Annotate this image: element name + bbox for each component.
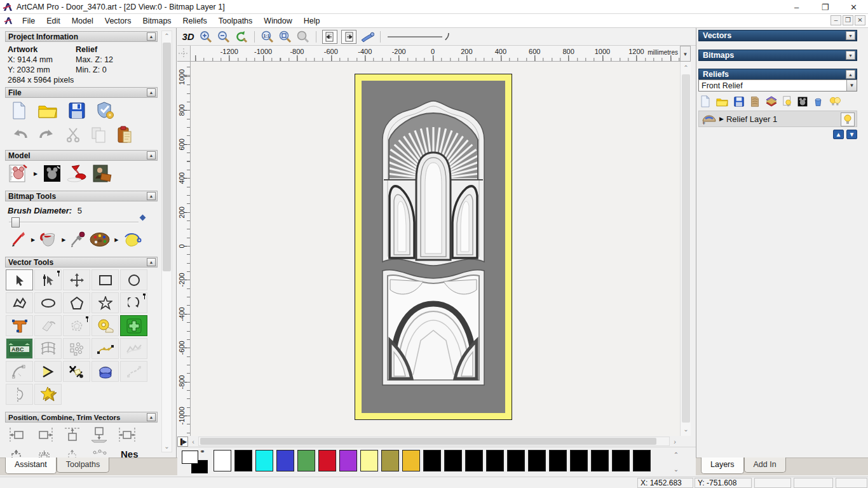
close-button[interactable]: ✕ xyxy=(839,0,868,14)
undo-icon[interactable] xyxy=(11,128,28,142)
collapse-model-button[interactable]: ▲ xyxy=(147,151,156,159)
align-top-icon[interactable] xyxy=(64,426,81,444)
measure-tool[interactable] xyxy=(92,315,119,336)
node-editing-tool[interactable] xyxy=(34,269,62,290)
collapse-reliefs-button[interactable]: ▲ xyxy=(846,70,855,79)
expand-vectors-button[interactable]: ▼ xyxy=(846,31,855,40)
align-centre-3-icon[interactable] xyxy=(36,449,53,458)
collapse-file-button[interactable]: ▲ xyxy=(147,88,156,97)
palette-swatch[interactable] xyxy=(276,450,294,471)
spin-up-icon[interactable]: ⌃ xyxy=(670,451,682,458)
canvas-horizontal-scrollbar[interactable]: ▐▶ ‹ › xyxy=(177,436,680,447)
mdi-restore-button[interactable]: ❐ xyxy=(843,15,853,25)
save-relief-icon[interactable] xyxy=(734,97,744,107)
link-colours-icon[interactable]: ⚭ xyxy=(200,448,205,455)
active-relief-dropdown[interactable]: Front Relief ▼ xyxy=(698,79,857,92)
mdi-minimize-button[interactable]: – xyxy=(831,15,841,25)
palette-swatch[interactable] xyxy=(591,450,609,471)
distribute-icon[interactable] xyxy=(92,449,111,458)
envelope-distort-tool[interactable] xyxy=(34,338,62,359)
create-star-tool[interactable] xyxy=(92,292,119,313)
layer-stack-icon[interactable] xyxy=(766,96,777,107)
text-on-curve-tool[interactable]: ABC xyxy=(6,338,33,359)
vector-doctor-tool[interactable] xyxy=(34,384,62,405)
light-material-icon[interactable] xyxy=(67,165,87,182)
scroll-left-icon[interactable]: ‹ xyxy=(188,438,198,445)
restore-button[interactable]: ❐ xyxy=(811,0,839,14)
palette-scroll-spinner[interactable]: ⌃⌄ xyxy=(670,451,682,473)
expand-bitmaps-button[interactable]: ▼ xyxy=(846,51,855,60)
scroll-right-icon[interactable]: › xyxy=(670,438,680,445)
palette-swatch[interactable] xyxy=(318,450,336,471)
zoom-box-icon[interactable] xyxy=(296,30,310,44)
align-centre-x-icon[interactable] xyxy=(117,426,137,443)
zoom-objects-icon[interactable] xyxy=(278,30,292,44)
wrap-text-tool[interactable] xyxy=(34,315,62,336)
pan-view-icon[interactable] xyxy=(360,30,374,44)
palette-swatch[interactable] xyxy=(255,450,273,471)
assistant-scrollbar[interactable]: ⌃ ⌄ xyxy=(161,30,172,452)
tab-toolpaths[interactable]: Toolpaths xyxy=(57,458,110,473)
toggle-panel-icon[interactable]: ▐▶ xyxy=(177,437,188,447)
brush-diameter-slider-thumb[interactable] xyxy=(11,217,20,227)
block-paste-tool[interactable] xyxy=(63,338,90,359)
menu-item[interactable]: Window xyxy=(258,15,297,27)
palette-swatch[interactable] xyxy=(444,450,462,471)
line-style-preview[interactable] xyxy=(386,32,453,42)
create-rectangle-tool[interactable] xyxy=(92,269,119,290)
zoom-out-icon[interactable] xyxy=(217,30,231,44)
palette-swatch[interactable] xyxy=(214,450,231,471)
toggle-all-visibility-icon[interactable] xyxy=(829,96,841,107)
zoom-in-icon[interactable] xyxy=(199,30,213,44)
collapse-project-information-button[interactable]: ▲ xyxy=(147,32,156,41)
tab-assistant[interactable]: Assistant xyxy=(5,458,57,474)
menu-item[interactable]: Bitmaps xyxy=(137,15,177,27)
hscroll-track[interactable] xyxy=(198,437,670,446)
flyout-arrow-icon[interactable]: ▶ xyxy=(34,171,37,177)
collapse-bitmap-tools-button[interactable]: ▲ xyxy=(147,192,156,200)
palette-swatch[interactable] xyxy=(486,450,504,471)
relief-clipart-icon[interactable] xyxy=(750,96,760,107)
zoom-previous-icon[interactable] xyxy=(234,30,248,44)
expand-layer-icon[interactable]: ▶ xyxy=(719,116,724,122)
offset-vector-tool[interactable] xyxy=(63,315,90,336)
brush-diameter-slider[interactable] xyxy=(9,222,139,223)
load-image-icon[interactable] xyxy=(93,165,112,182)
create-polyline-tool[interactable] xyxy=(6,292,33,313)
relief-layer-row[interactable]: + ▶ Relief Layer 1 xyxy=(698,111,857,127)
fit-curve-to-points-tool[interactable] xyxy=(92,338,119,359)
minimize-button[interactable]: – xyxy=(782,0,811,14)
greyscale-view-icon[interactable] xyxy=(797,97,808,107)
move-layer-up-button[interactable]: ▲ xyxy=(833,130,844,139)
flood-fill-icon[interactable] xyxy=(39,231,57,248)
delete-layer-icon[interactable] xyxy=(813,97,823,107)
mirror-vectors-tool[interactable] xyxy=(6,384,33,405)
assistant-scroll-thumb[interactable] xyxy=(163,43,171,271)
scroll-up-icon[interactable]: ⌃ xyxy=(162,31,172,41)
palette-swatch[interactable] xyxy=(612,450,630,471)
canvas-hscroll-thumb[interactable] xyxy=(200,438,656,445)
menu-item[interactable]: Model xyxy=(66,15,99,27)
scroll-up-icon[interactable]: ⌃ xyxy=(681,63,691,73)
scroll-down-icon[interactable]: ⌄ xyxy=(162,442,172,452)
new-model-icon[interactable] xyxy=(11,102,27,119)
menu-item[interactable]: Help xyxy=(298,15,326,27)
switch-3d-view-button[interactable]: 3D xyxy=(181,30,195,44)
spin-down-icon[interactable]: ⌄ xyxy=(670,466,682,473)
model-properties-icon[interactable] xyxy=(97,102,114,119)
tab-add-in[interactable]: Add In xyxy=(744,458,786,473)
palette-swatch[interactable] xyxy=(633,450,651,471)
align-right-icon[interactable] xyxy=(36,426,55,443)
layer-light-icon[interactable] xyxy=(783,96,792,107)
set-model-size-icon[interactable] xyxy=(9,164,28,183)
palette-swatch[interactable] xyxy=(402,450,420,471)
palette-swatch[interactable] xyxy=(528,450,546,471)
copy-icon[interactable] xyxy=(91,126,106,143)
menu-item[interactable]: File xyxy=(17,15,41,27)
cut-icon[interactable] xyxy=(66,127,80,142)
join-vectors-tool[interactable] xyxy=(34,361,62,382)
open-model-icon[interactable] xyxy=(38,102,57,119)
create-polygon-tool[interactable] xyxy=(63,292,90,313)
palette-swatch[interactable] xyxy=(339,450,357,471)
canvas-vscroll-thumb[interactable] xyxy=(682,74,690,423)
